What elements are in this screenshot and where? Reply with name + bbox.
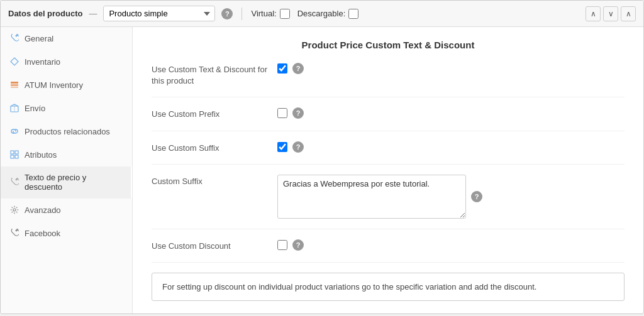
help-icon-custom-suffix-text[interactable]: ? bbox=[471, 191, 482, 202]
svg-point-9 bbox=[13, 209, 16, 211]
label-custom-prefix: Use Custom Prefix bbox=[152, 107, 277, 120]
price-wrench-icon bbox=[9, 177, 19, 187]
sidebar-item-atributos[interactable]: Atributos bbox=[1, 143, 132, 166]
textarea-custom-suffix[interactable]: Gracias a <span class="underline-red">We… bbox=[277, 175, 466, 219]
svg-rect-8 bbox=[15, 155, 18, 158]
virtual-label[interactable]: Virtual: bbox=[251, 9, 289, 19]
control-custom-discount: ? bbox=[277, 239, 625, 251]
top-bar: Datos del producto — Producto simple Pro… bbox=[1, 1, 643, 27]
svg-rect-1 bbox=[11, 84, 18, 86]
separator bbox=[242, 8, 242, 20]
arrow-down-button[interactable]: ∨ bbox=[603, 6, 618, 21]
form-row-custom-suffix: Use Custom Suffix ? bbox=[152, 141, 625, 165]
sidebar-item-general[interactable]: General bbox=[1, 27, 132, 50]
sidebar-label-relacionados: Productos relacionados bbox=[25, 127, 110, 136]
sidebar-label-atributos: Atributos bbox=[25, 150, 57, 160]
top-bar-right: ∧ ∨ ∧ bbox=[586, 6, 636, 21]
wrench-icon bbox=[9, 33, 19, 43]
arrow-up-button[interactable]: ∧ bbox=[586, 6, 601, 21]
link-icon bbox=[9, 126, 19, 136]
help-icon-custom-text[interactable]: ? bbox=[292, 63, 304, 74]
sidebar: General Inventario ATU bbox=[1, 27, 133, 313]
info-box-text: For setting up discount on individual pr… bbox=[162, 282, 536, 291]
sidebar-item-avanzado[interactable]: Avanzado bbox=[1, 199, 132, 222]
descargable-checkbox[interactable] bbox=[348, 9, 358, 19]
product-type-help-icon[interactable]: ? bbox=[221, 8, 233, 19]
label-custom-suffix: Use Custom Suffix bbox=[152, 141, 277, 154]
sidebar-label-inventario: Inventario bbox=[25, 57, 60, 67]
info-box: For setting up discount on individual pr… bbox=[152, 273, 625, 302]
control-custom-suffix-text: Gracias a <span class="underline-red">We… bbox=[277, 175, 625, 219]
virtual-text: Virtual: bbox=[251, 9, 276, 18]
control-custom-suffix: ? bbox=[277, 141, 625, 153]
sidebar-label-atum: ATUM Inventory bbox=[25, 80, 83, 90]
descargable-label[interactable]: Descargable: bbox=[297, 9, 359, 19]
main-layout: General Inventario ATU bbox=[1, 27, 643, 313]
sidebar-item-precio[interactable]: Texto de precio y descuento bbox=[1, 166, 132, 199]
grid-icon bbox=[9, 150, 19, 160]
sidebar-item-inventario[interactable]: Inventario bbox=[1, 50, 132, 74]
form-row-custom-suffix-text: Custom Suffix Gracias a <span class="und… bbox=[152, 175, 625, 229]
layers-icon bbox=[9, 80, 19, 90]
gear-icon bbox=[9, 205, 19, 215]
sidebar-item-relacionados[interactable]: Productos relacionados bbox=[1, 120, 132, 143]
help-icon-custom-prefix[interactable]: ? bbox=[292, 107, 304, 119]
svg-rect-0 bbox=[11, 82, 18, 84]
help-icon-custom-discount[interactable]: ? bbox=[292, 239, 304, 251]
facebook-wrench-icon bbox=[9, 228, 19, 238]
descargable-text: Descargable: bbox=[297, 9, 346, 18]
form-row-custom-prefix: Use Custom Prefix ? bbox=[152, 107, 625, 131]
top-bar-dash: — bbox=[89, 9, 97, 18]
checkbox-custom-prefix[interactable] bbox=[277, 108, 287, 118]
label-custom-text: Use Custom Text & Discount for this prod… bbox=[152, 63, 277, 87]
sidebar-item-atum[interactable]: ATUM Inventory bbox=[1, 74, 132, 97]
top-bar-options: Virtual: Descargable: bbox=[251, 9, 358, 19]
label-custom-discount: Use Custom Discount bbox=[152, 239, 277, 252]
form-row-custom-discount: Use Custom Discount ? bbox=[152, 239, 625, 263]
sidebar-label-avanzado: Avanzado bbox=[25, 205, 61, 215]
svg-rect-7 bbox=[11, 155, 14, 158]
arrow-expand-button[interactable]: ∧ bbox=[621, 6, 636, 21]
svg-rect-5 bbox=[11, 151, 14, 154]
sidebar-label-general: General bbox=[25, 34, 53, 43]
product-data-container: Datos del producto — Producto simple Pro… bbox=[0, 0, 644, 314]
sidebar-label-facebook: Facebook bbox=[25, 229, 60, 238]
top-bar-title: Datos del producto bbox=[8, 9, 82, 18]
svg-rect-2 bbox=[11, 87, 18, 88]
content-area: Product Price Custom Text & Discount Use… bbox=[133, 27, 643, 313]
checkbox-custom-text[interactable] bbox=[277, 63, 287, 74]
form-row-custom-text: Use Custom Text & Discount for this prod… bbox=[152, 63, 625, 97]
help-icon-custom-suffix[interactable]: ? bbox=[292, 141, 304, 153]
label-custom-suffix-text: Custom Suffix bbox=[152, 175, 277, 187]
control-custom-text: ? bbox=[277, 63, 625, 74]
diamond-icon bbox=[9, 57, 19, 67]
sidebar-label-envio: Envío bbox=[25, 104, 45, 113]
section-title: Product Price Custom Text & Discount bbox=[152, 40, 625, 50]
checkbox-custom-discount[interactable] bbox=[277, 240, 287, 250]
virtual-checkbox[interactable] bbox=[280, 9, 290, 19]
label-custom-text-text: Use Custom Text & Discount for this prod… bbox=[152, 65, 267, 85]
product-type-select[interactable]: Producto simple Producto agrupado Produc… bbox=[103, 6, 215, 21]
control-custom-prefix: ? bbox=[277, 107, 625, 119]
box-icon bbox=[9, 103, 19, 113]
sidebar-item-facebook[interactable]: Facebook bbox=[1, 222, 132, 245]
sidebar-item-envio[interactable]: Envío bbox=[1, 97, 132, 120]
checkbox-custom-suffix[interactable] bbox=[277, 142, 287, 152]
sidebar-label-precio: Texto de precio y descuento bbox=[25, 173, 122, 192]
svg-rect-6 bbox=[15, 151, 18, 154]
